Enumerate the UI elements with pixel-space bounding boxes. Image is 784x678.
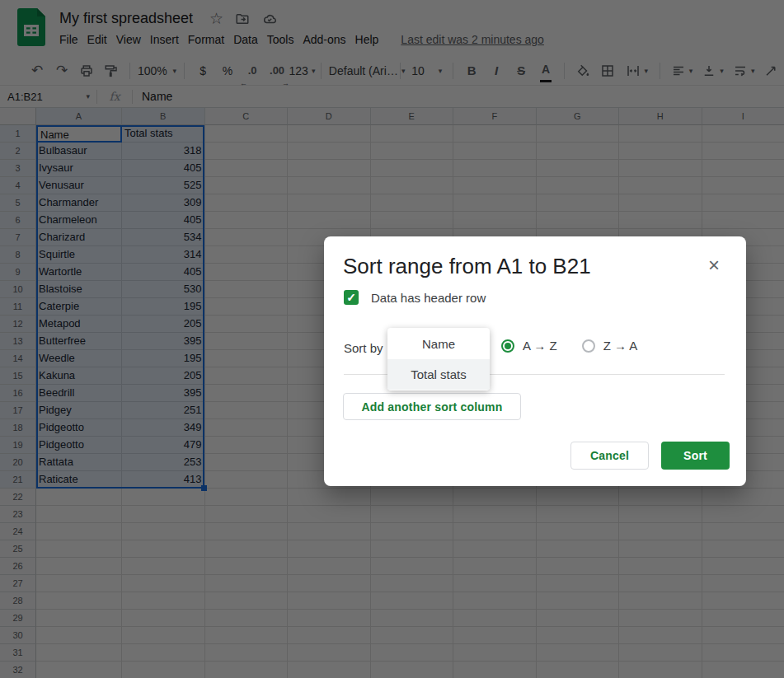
sort-button[interactable]: Sort	[661, 442, 730, 470]
radio-selected-icon	[501, 339, 514, 353]
sort-column-option-name[interactable]: Name	[387, 329, 490, 359]
check-icon: ✓	[346, 290, 356, 305]
cancel-button[interactable]: Cancel	[570, 442, 649, 470]
sort-column-option-total-stats[interactable]: Total stats	[387, 359, 490, 390]
radio-ascending[interactable]: A → Z	[501, 339, 557, 353]
dialog-title: Sort range from A1 to B21	[343, 254, 591, 279]
header-row-label: Data has header row	[371, 291, 486, 305]
ascending-label: A → Z	[523, 339, 557, 353]
sort-order-radios: A → Z Z → A	[501, 339, 637, 353]
sort-column-dropdown: NameTotal stats	[387, 328, 490, 390]
radio-unselected-icon	[582, 339, 595, 353]
descending-label: Z → A	[603, 339, 638, 353]
add-sort-column-button[interactable]: Add another sort column	[343, 393, 521, 420]
google-sheets-window: My first spreadsheet ☆ FileEdi	[0, 0, 784, 678]
radio-descending[interactable]: Z → A	[582, 339, 638, 353]
close-icon[interactable]: ×	[708, 256, 720, 274]
sort-by-label: Sort by	[344, 341, 383, 355]
header-row-checkbox[interactable]: ✓	[344, 290, 359, 305]
